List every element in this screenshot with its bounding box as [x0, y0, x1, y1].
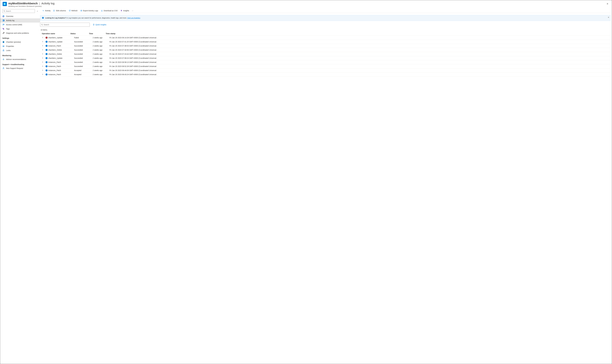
chevron-right-icon[interactable]: [42, 61, 44, 63]
operation-name: chambers_Update: [48, 37, 62, 39]
collapse-sidebar-button[interactable]: «: [36, 10, 39, 13]
relative-time: 2 weeks ago: [93, 53, 110, 55]
table-row[interactable]: iinstances_PatchSucceeded2 weeks agoFri …: [40, 44, 611, 48]
activity-search-input[interactable]: [43, 24, 89, 26]
sidebar-item-overview[interactable]: Overview: [0, 14, 40, 18]
items-count: 10 items.: [41, 29, 611, 31]
sidebar-search-input[interactable]: [6, 10, 34, 12]
timestamp: Fri Jan 20 2023 07:41:20 GMT+0000 (Coord…: [110, 41, 611, 43]
chevron-down-icon: [42, 10, 44, 12]
sidebar-item-label: New Support Request: [6, 67, 23, 69]
refresh-button[interactable]: Refresh: [68, 9, 79, 12]
chevron-right-icon[interactable]: [42, 41, 44, 43]
timestamp: Fri Jan 20 2023 07:08:24 GMT+0000 (Coord…: [110, 57, 611, 59]
table-row[interactable]: ichambers_UpdateSucceeded2 weeks agoFri …: [40, 56, 611, 60]
svg-point-10: [4, 24, 4, 25]
quick-insights-button[interactable]: Quick Insights: [93, 24, 106, 26]
operation-name: chambers_Update: [48, 41, 62, 43]
nav-group-monitoring: Monitoring: [0, 52, 40, 57]
visit-log-analytics-link[interactable]: Visit Log Analytics: [127, 17, 140, 19]
svg-point-6: [3, 16, 3, 17]
chevron-right-icon[interactable]: [42, 74, 44, 76]
timestamp: Fri Jan 20 2023 06:58:13 GMT+0000 (Coord…: [110, 61, 611, 63]
insights-button[interactable]: Insights: [119, 9, 130, 12]
svg-point-2: [4, 10, 5, 11]
status-info-icon: i: [45, 57, 48, 59]
edit-columns-button[interactable]: Edit columns: [52, 9, 67, 12]
status-text: Failed: [74, 37, 93, 39]
export-button[interactable]: Export Activity Logs: [79, 9, 99, 12]
svg-rect-15: [3, 45, 4, 47]
sidebar-item-label: Activity log: [6, 19, 14, 21]
svg-rect-16: [4, 45, 4, 47]
sidebar-item-advisor[interactable]: Advisor recommendations: [0, 57, 40, 62]
relative-time: 2 weeks ago: [93, 65, 110, 67]
blade-title: Activity log: [42, 2, 55, 5]
col-header-timestamp[interactable]: Time stamp: [106, 33, 611, 35]
chevron-right-icon[interactable]: [42, 69, 44, 71]
svg-text:i: i: [43, 17, 43, 19]
table-row[interactable]: ichambers_UpdateSucceeded2 weeks agoFri …: [40, 40, 611, 44]
refresh-icon: [69, 10, 71, 12]
sidebar-item-locks[interactable]: Locks: [0, 48, 40, 52]
svg-rect-17: [3, 50, 4, 51]
blade-header: myModSimWorkbench | Activity log Modelin…: [0, 0, 612, 8]
chevron-right-icon[interactable]: [42, 49, 44, 51]
more-button[interactable]: ···: [131, 9, 135, 12]
banner-close-button[interactable]: ✕: [608, 16, 609, 18]
sidebar: « OverviewActivity logAccess control (IA…: [0, 8, 40, 364]
sidebar-item-label: Tags: [6, 28, 10, 30]
title-separator: |: [39, 2, 40, 5]
sidebar-item-activitylog[interactable]: Activity log: [0, 18, 40, 23]
table-row[interactable]: !chambers_UpdateFailed2 weeks agoFri Jan…: [40, 36, 611, 40]
resource-name: myModSimWorkbench: [8, 2, 38, 5]
table-row[interactable]: ichambers_DeleteSucceeded2 weeks agoFri …: [40, 52, 611, 56]
svg-rect-14: [3, 45, 3, 47]
status-text: Succeeded: [74, 45, 93, 47]
nav-group-settings: Settings: [0, 35, 40, 40]
main-content: Activity Edit columns Refresh Export Act…: [40, 8, 612, 364]
overview-icon: [2, 15, 5, 17]
status-text: Succeeded: [74, 65, 93, 67]
sidebar-item-iam[interactable]: Access control (IAM): [0, 23, 40, 27]
activity-dropdown[interactable]: Activity: [41, 9, 52, 12]
activity-search[interactable]: [40, 23, 90, 27]
download-csv-button[interactable]: Download as CSV: [100, 9, 119, 12]
status-text: Succeeded: [74, 53, 93, 55]
operation-name: chambers_Update: [48, 57, 62, 59]
chevron-right-icon[interactable]: [42, 57, 44, 59]
chevron-right-icon[interactable]: [42, 45, 44, 47]
log-analytics-banner: i Looking for Log Analytics? In Log Anal…: [40, 15, 611, 21]
chevron-right-icon[interactable]: [42, 37, 44, 39]
svg-point-20: [81, 10, 82, 11]
sidebar-search[interactable]: [2, 9, 35, 13]
svg-rect-13: [3, 42, 4, 42]
close-button[interactable]: ✕: [605, 2, 609, 6]
sidebar-item-diagnose[interactable]: Diagnose and solve problems: [0, 31, 40, 35]
table-row[interactable]: iinstances_PatchSucceeded2 weeks agoFri …: [40, 60, 611, 64]
relative-time: 2 weeks ago: [93, 49, 110, 51]
svg-point-11: [3, 28, 3, 29]
sidebar-item-support[interactable]: New Support Request: [0, 66, 40, 70]
col-header-status[interactable]: Status: [70, 33, 89, 35]
table-header: Operation name Status Time Time stamp: [40, 32, 611, 36]
table-row[interactable]: iinstances_PatchAccepted2 weeks agoFri J…: [40, 73, 611, 77]
col-header-time[interactable]: Time: [89, 33, 106, 35]
status-info-icon: i: [45, 61, 48, 63]
svg-line-25: [42, 25, 43, 26]
chevron-right-icon[interactable]: [42, 53, 44, 55]
sidebar-item-tags[interactable]: Tags: [0, 27, 40, 31]
status-text: Succeeded: [74, 61, 93, 63]
table-row[interactable]: iinstances_PatchSucceeded2 weeks agoFri …: [40, 64, 611, 68]
sidebar-item-chamber[interactable]: Chamber (preview): [0, 40, 40, 44]
chevron-right-icon[interactable]: [42, 65, 44, 67]
timestamp: Fri Jan 20 2023 09:14:28 GMT+0000 (Coord…: [110, 37, 611, 39]
sidebar-item-label: Diagnose and solve problems: [6, 32, 29, 34]
col-header-operation[interactable]: Operation name: [42, 33, 70, 35]
operation-name: instances_Patch: [48, 45, 61, 47]
sidebar-item-properties[interactable]: Properties: [0, 44, 40, 48]
table-row[interactable]: iinstances_PatchAccepted2 weeks agoFri J…: [40, 68, 611, 73]
relative-time: 2 weeks ago: [93, 57, 110, 59]
timestamp: Fri Jan 20 2023 07:24:44 GMT+0000 (Coord…: [110, 53, 611, 55]
table-row[interactable]: ichambers_DeleteSucceeded2 weeks agoFri …: [40, 48, 611, 52]
